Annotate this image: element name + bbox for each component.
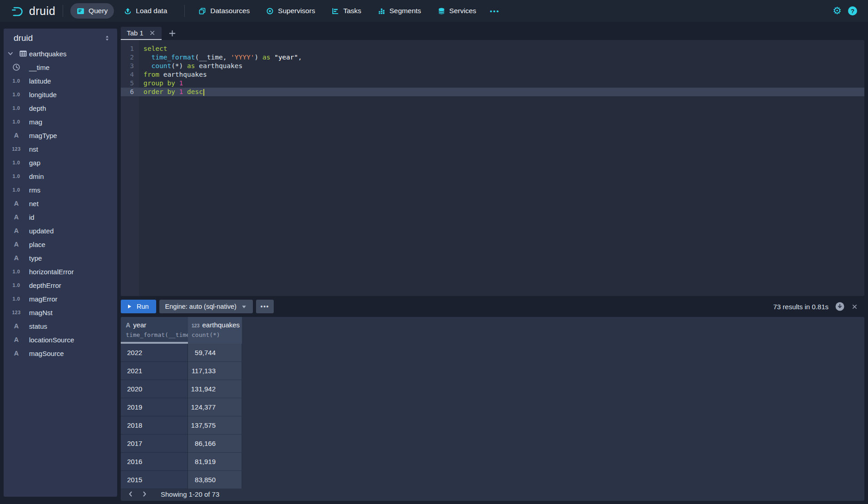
cell-earthquakes[interactable]: 137,575 <box>188 416 242 435</box>
nav-item-query[interactable]: Query <box>70 3 114 19</box>
column-name: status <box>29 322 47 330</box>
cell-year[interactable]: 2021 <box>121 362 188 380</box>
cell-year[interactable]: 2019 <box>121 398 188 416</box>
sidebar-column-nst[interactable]: 123nst <box>4 142 117 156</box>
sidebar-column-magError[interactable]: 1.0magError <box>4 292 117 306</box>
cell-year[interactable]: 2017 <box>121 435 188 453</box>
column-name: horizontalError <box>29 268 74 276</box>
nav-item-load-data[interactable]: Load data <box>118 3 173 19</box>
cell-earthquakes[interactable]: 86,166 <box>188 435 242 453</box>
sidebar-column-net[interactable]: Anet <box>4 197 117 210</box>
stacked-chart-icon <box>378 7 385 15</box>
column-name: net <box>29 200 39 208</box>
navbar-divider <box>184 5 185 17</box>
nav-item-label: Services <box>449 7 476 15</box>
results-column-header-year[interactable]: Ayeartime_format(__time, … <box>121 317 188 344</box>
engine-select-button[interactable]: Engine: auto (sql-native) <box>159 300 253 313</box>
tab-1[interactable]: Tab 1 <box>121 27 162 40</box>
nav-item-services[interactable]: Services <box>431 3 483 19</box>
string-type-icon: A <box>4 200 29 207</box>
string-type-icon: A <box>126 321 130 329</box>
navbar-right: ⚙ ? <box>833 6 861 16</box>
column-name: place <box>29 241 45 248</box>
nav-item-segments[interactable]: Segments <box>371 3 428 19</box>
sql-editor[interactable]: 1select2 time_format(__time, 'YYYY') as … <box>121 40 864 296</box>
sidebar-column-dmin[interactable]: 1.0dmin <box>4 169 117 183</box>
cell-year[interactable]: 2015 <box>121 471 188 489</box>
editor-lines: 1select2 time_format(__time, 'YYYY') as … <box>121 40 864 96</box>
sidebar-column-updated[interactable]: Aupdated <box>4 224 117 237</box>
string-type-icon: A <box>4 227 29 234</box>
sidebar-column-locationSource[interactable]: AlocationSource <box>4 333 117 346</box>
line-code: from earthquakes <box>139 70 207 79</box>
nav-item-tasks[interactable]: Tasks <box>325 3 368 19</box>
line-number: 3 <box>121 62 139 70</box>
cell-year[interactable]: 2022 <box>121 344 188 362</box>
sidebar-column-magType[interactable]: AmagType <box>4 128 117 142</box>
sidebar-item-earthquakes[interactable]: earthquakes <box>4 47 117 60</box>
results-header: Ayeartime_format(__time, …123earthquakes… <box>121 317 242 344</box>
line-code: time_format(__time, 'YYYY') as "year", <box>139 53 302 62</box>
sidebar-column-mag[interactable]: 1.0mag <box>4 115 117 128</box>
datasources-icon <box>198 7 206 15</box>
cell-earthquakes[interactable]: 124,377 <box>188 398 242 416</box>
sidebar-column-status[interactable]: Astatus <box>4 319 117 333</box>
chevron-down-icon[interactable] <box>4 50 17 57</box>
close-results-icon[interactable] <box>851 303 858 310</box>
query-tabbar: Tab 1 <box>121 27 182 40</box>
druid-brand[interactable]: druid <box>11 4 55 18</box>
sidebar-column-magSource[interactable]: AmagSource <box>4 346 117 360</box>
sidebar-column-depth[interactable]: 1.0depth <box>4 101 117 115</box>
sidebar-column-magNst[interactable]: 123magNst <box>4 306 117 319</box>
cell-year[interactable]: 2016 <box>121 453 188 471</box>
prev-page-button[interactable] <box>125 489 136 499</box>
sidebar-column-horizontalError[interactable]: 1.0horizontalError <box>4 265 117 278</box>
string-type-icon: A <box>4 322 29 330</box>
cell-earthquakes[interactable]: 131,942 <box>188 380 242 398</box>
sidebar-column-latitude[interactable]: 1.0latitude <box>4 74 117 88</box>
schema-selector[interactable]: druid <box>4 30 117 47</box>
string-type-icon: A <box>4 132 29 139</box>
settings-gear-icon[interactable]: ⚙ <box>833 6 842 16</box>
query-more-button[interactable]: ••• <box>256 300 274 313</box>
cell-earthquakes[interactable]: 83,850 <box>188 471 242 489</box>
cell-year[interactable]: 2018 <box>121 416 188 435</box>
sidebar-column-__time[interactable]: __time <box>4 60 117 74</box>
sidebar-column-type[interactable]: Atype <box>4 251 117 265</box>
new-tab-button[interactable] <box>162 27 182 40</box>
download-results-icon[interactable] <box>835 301 845 311</box>
sidebar-column-id[interactable]: Aid <box>4 210 117 224</box>
tab-close-icon[interactable] <box>149 30 156 36</box>
editor-line-6: 6order by 1 desc <box>121 88 864 96</box>
help-icon[interactable]: ? <box>848 6 857 15</box>
line-code: group by 1 <box>139 79 183 88</box>
sidebar-column-place[interactable]: Aplace <box>4 237 117 251</box>
sidebar-column-depthError[interactable]: 1.0depthError <box>4 278 117 292</box>
nav-item-supervisors[interactable]: Supervisors <box>260 3 321 19</box>
cell-year[interactable]: 2020 <box>121 380 188 398</box>
cell-earthquakes[interactable]: 59,744 <box>188 344 242 362</box>
float-type-icon: 1.0 <box>4 105 29 111</box>
results-column-header-earthquakes[interactable]: 123earthquakescount(*) <box>188 317 242 344</box>
sidebar-column-gap[interactable]: 1.0gap <box>4 156 117 169</box>
column-name: latitude <box>29 77 51 85</box>
float-type-icon: 1.0 <box>4 119 29 124</box>
int-type-icon: 123 <box>4 146 29 152</box>
float-type-icon: 1.0 <box>4 173 29 179</box>
sidebar-column-longitude[interactable]: 1.0longitude <box>4 88 117 101</box>
table-row: 2019124,377 <box>121 398 242 416</box>
next-page-button[interactable] <box>139 489 150 499</box>
nav-more-button[interactable]: ••• <box>486 3 503 19</box>
play-icon <box>127 304 132 309</box>
float-type-icon: 1.0 <box>4 92 29 97</box>
column-name: __time <box>29 64 49 71</box>
sort-updown-icon[interactable] <box>104 35 111 42</box>
run-button[interactable]: Run <box>121 300 156 313</box>
column-name: magError <box>29 295 58 303</box>
top-navbar: druid Query Load data Datasources Superv… <box>0 0 868 22</box>
cell-earthquakes[interactable]: 117,133 <box>188 362 242 380</box>
line-number: 4 <box>121 70 139 79</box>
cell-earthquakes[interactable]: 81,919 <box>188 453 242 471</box>
sidebar-column-rms[interactable]: 1.0rms <box>4 183 117 197</box>
nav-item-datasources[interactable]: Datasources <box>192 3 256 19</box>
